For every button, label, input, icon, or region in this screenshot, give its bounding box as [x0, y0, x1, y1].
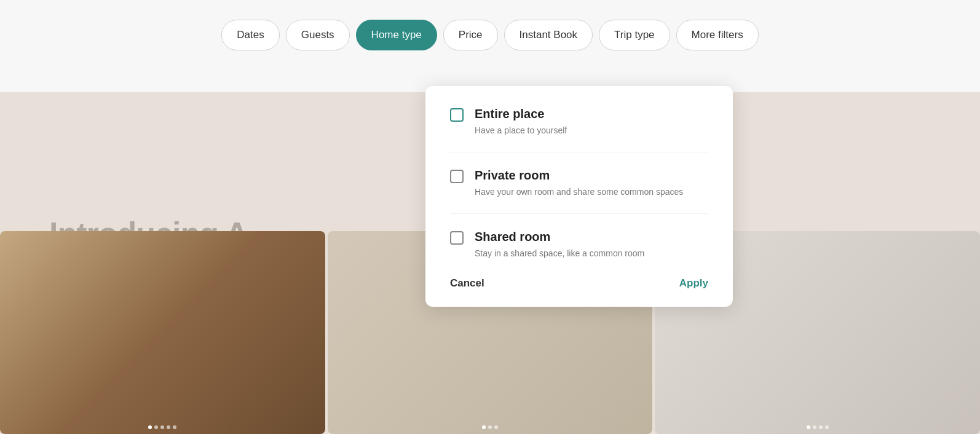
entire-place-checkbox[interactable]: [450, 108, 464, 122]
shared-room-title: Shared room: [475, 229, 708, 245]
private-room-option: Private room Have your own room and shar…: [450, 167, 708, 199]
private-room-desc: Have your own room and share some common…: [475, 186, 708, 199]
dot: [813, 425, 816, 429]
dot: [167, 425, 170, 429]
carousel-dots-2: [482, 425, 498, 429]
filter-dates-button[interactable]: Dates: [221, 20, 279, 50]
filter-guests-button[interactable]: Guests: [286, 20, 350, 50]
filter-more-filters-button[interactable]: More filters: [676, 20, 759, 50]
filter-trip-type-button[interactable]: Trip type: [599, 20, 670, 50]
filter-bar: Dates Guests Home type Price Instant Boo…: [0, 20, 980, 50]
entire-place-content: Entire place Have a place to yourself: [475, 106, 708, 137]
dot: [482, 425, 486, 429]
private-room-content: Private room Have your own room and shar…: [475, 167, 708, 199]
dot: [807, 425, 810, 429]
dot: [488, 425, 492, 429]
entire-place-checkbox-wrapper[interactable]: [450, 108, 464, 122]
entire-place-desc: Have a place to yourself: [475, 124, 708, 137]
home-type-dropdown: Entire place Have a place to yourself Pr…: [425, 86, 733, 307]
divider-1: [450, 152, 708, 152]
dot: [494, 425, 498, 429]
filter-instant-book-button[interactable]: Instant Book: [504, 20, 593, 50]
entire-place-title: Entire place: [475, 106, 708, 122]
shared-room-checkbox[interactable]: [450, 231, 464, 245]
shared-room-option: Shared room Stay in a shared space, like…: [450, 229, 708, 260]
entire-place-option: Entire place Have a place to yourself: [450, 106, 708, 137]
dot: [825, 425, 829, 429]
private-room-title: Private room: [475, 167, 708, 183]
dot: [173, 425, 176, 429]
carousel-dots-3: [807, 425, 829, 429]
filter-home-type-button[interactable]: Home type: [356, 20, 437, 50]
private-room-checkbox[interactable]: [450, 170, 464, 183]
shared-room-checkbox-wrapper[interactable]: [450, 231, 464, 245]
dot: [160, 425, 164, 429]
dot: [819, 425, 823, 429]
divider-2: [450, 213, 708, 214]
dot: [148, 425, 152, 429]
dot: [154, 425, 158, 429]
apply-button[interactable]: Apply: [679, 277, 708, 290]
image-tile-1: [0, 231, 325, 434]
dropdown-footer: Cancel Apply: [450, 275, 708, 290]
filter-price-button[interactable]: Price: [443, 20, 498, 50]
shared-room-content: Shared room Stay in a shared space, like…: [475, 229, 708, 260]
shared-room-desc: Stay in a shared space, like a common ro…: [475, 247, 708, 260]
cancel-button[interactable]: Cancel: [450, 277, 484, 290]
private-room-checkbox-wrapper[interactable]: [450, 170, 464, 183]
carousel-dots-1: [148, 425, 176, 429]
